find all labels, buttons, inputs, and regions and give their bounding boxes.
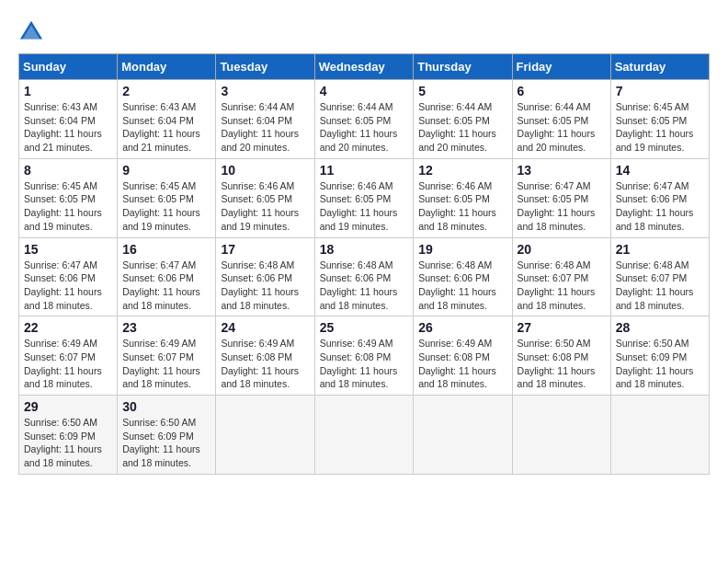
day-number: 26	[418, 320, 506, 335]
day-info: Sunrise: 6:43 AM Sunset: 6:04 PM Dayligh…	[122, 100, 210, 155]
calendar-cell: 14 Sunrise: 6:47 AM Sunset: 6:06 PM Dayl…	[610, 158, 709, 237]
day-info: Sunrise: 6:50 AM Sunset: 6:09 PM Dayligh…	[122, 416, 210, 470]
logo	[18, 18, 48, 44]
day-info: Sunrise: 6:49 AM Sunset: 6:07 PM Dayligh…	[122, 337, 210, 391]
day-info: Sunrise: 6:50 AM Sunset: 6:09 PM Dayligh…	[24, 416, 112, 470]
day-info: Sunrise: 6:46 AM Sunset: 6:05 PM Dayligh…	[320, 179, 409, 234]
day-number: 10	[221, 163, 309, 178]
day-number: 15	[24, 242, 112, 257]
calendar-cell: 17 Sunrise: 6:48 AM Sunset: 6:06 PM Dayl…	[216, 237, 314, 316]
calendar-cell: 4 Sunrise: 6:44 AM Sunset: 6:05 PM Dayli…	[314, 80, 414, 159]
calendar-cell: 10 Sunrise: 6:46 AM Sunset: 6:05 PM Dayl…	[216, 158, 314, 237]
day-number: 6	[518, 84, 606, 98]
day-of-week-header: Sunday	[19, 54, 118, 80]
day-info: Sunrise: 6:48 AM Sunset: 6:07 PM Dayligh…	[518, 259, 606, 313]
calendar-cell: 6 Sunrise: 6:44 AM Sunset: 6:05 PM Dayli…	[512, 80, 610, 159]
day-info: Sunrise: 6:44 AM Sunset: 6:05 PM Dayligh…	[320, 100, 409, 155]
page-header	[18, 18, 710, 44]
day-number: 8	[24, 163, 112, 178]
calendar-week-row: 8 Sunrise: 6:45 AM Sunset: 6:05 PM Dayli…	[19, 158, 710, 237]
day-info: Sunrise: 6:49 AM Sunset: 6:08 PM Dayligh…	[221, 337, 309, 391]
day-number: 13	[518, 163, 606, 178]
calendar-cell: 3 Sunrise: 6:44 AM Sunset: 6:04 PM Dayli…	[216, 80, 314, 159]
day-number: 11	[320, 163, 409, 178]
day-info: Sunrise: 6:45 AM Sunset: 6:05 PM Dayligh…	[24, 179, 112, 234]
day-number: 23	[122, 320, 210, 335]
calendar-cell: 28 Sunrise: 6:50 AM Sunset: 6:09 PM Dayl…	[610, 316, 709, 396]
day-info: Sunrise: 6:44 AM Sunset: 6:04 PM Dayligh…	[221, 100, 309, 155]
day-number: 30	[122, 399, 210, 414]
calendar-cell	[216, 396, 314, 475]
day-info: Sunrise: 6:49 AM Sunset: 6:08 PM Dayligh…	[418, 337, 506, 391]
calendar-cell: 30 Sunrise: 6:50 AM Sunset: 6:09 PM Dayl…	[118, 396, 216, 475]
day-info: Sunrise: 6:46 AM Sunset: 6:05 PM Dayligh…	[221, 179, 309, 234]
day-number: 1	[24, 84, 112, 98]
day-info: Sunrise: 6:43 AM Sunset: 6:04 PM Dayligh…	[24, 100, 112, 155]
day-info: Sunrise: 6:45 AM Sunset: 6:05 PM Dayligh…	[616, 100, 704, 155]
day-number: 25	[320, 320, 409, 335]
logo-icon	[18, 18, 44, 44]
calendar-cell: 26 Sunrise: 6:49 AM Sunset: 6:08 PM Dayl…	[414, 316, 512, 396]
day-of-week-header: Monday	[118, 54, 216, 80]
day-info: Sunrise: 6:46 AM Sunset: 6:05 PM Dayligh…	[418, 179, 506, 234]
day-number: 28	[616, 320, 704, 335]
day-info: Sunrise: 6:47 AM Sunset: 6:06 PM Dayligh…	[122, 259, 210, 313]
calendar-cell: 16 Sunrise: 6:47 AM Sunset: 6:06 PM Dayl…	[118, 237, 216, 316]
calendar-cell: 27 Sunrise: 6:50 AM Sunset: 6:08 PM Dayl…	[512, 316, 610, 396]
calendar-cell	[314, 396, 414, 475]
day-info: Sunrise: 6:48 AM Sunset: 6:06 PM Dayligh…	[221, 259, 309, 313]
day-info: Sunrise: 6:50 AM Sunset: 6:08 PM Dayligh…	[518, 337, 606, 391]
day-number: 16	[122, 242, 210, 257]
day-number: 3	[221, 84, 309, 98]
calendar-week-row: 29 Sunrise: 6:50 AM Sunset: 6:09 PM Dayl…	[19, 396, 710, 475]
calendar-cell: 2 Sunrise: 6:43 AM Sunset: 6:04 PM Dayli…	[118, 80, 216, 159]
day-number: 9	[122, 163, 210, 178]
day-number: 22	[24, 320, 112, 335]
day-number: 2	[122, 84, 210, 98]
calendar-week-row: 1 Sunrise: 6:43 AM Sunset: 6:04 PM Dayli…	[19, 80, 710, 159]
day-number: 17	[221, 242, 309, 257]
day-number: 29	[24, 399, 112, 414]
calendar-cell	[512, 396, 610, 475]
calendar-cell: 25 Sunrise: 6:49 AM Sunset: 6:08 PM Dayl…	[314, 316, 414, 396]
day-info: Sunrise: 6:44 AM Sunset: 6:05 PM Dayligh…	[518, 100, 606, 155]
calendar-cell: 1 Sunrise: 6:43 AM Sunset: 6:04 PM Dayli…	[19, 80, 118, 159]
calendar-cell: 9 Sunrise: 6:45 AM Sunset: 6:05 PM Dayli…	[118, 158, 216, 237]
day-number: 20	[518, 242, 606, 257]
day-info: Sunrise: 6:50 AM Sunset: 6:09 PM Dayligh…	[616, 337, 704, 391]
day-info: Sunrise: 6:47 AM Sunset: 6:06 PM Dayligh…	[24, 259, 112, 313]
day-of-week-header: Saturday	[610, 54, 709, 80]
day-number: 21	[616, 242, 704, 257]
day-number: 12	[418, 163, 506, 178]
day-number: 24	[221, 320, 309, 335]
day-info: Sunrise: 6:45 AM Sunset: 6:05 PM Dayligh…	[122, 179, 210, 234]
day-info: Sunrise: 6:47 AM Sunset: 6:05 PM Dayligh…	[518, 179, 606, 234]
calendar-cell: 11 Sunrise: 6:46 AM Sunset: 6:05 PM Dayl…	[314, 158, 414, 237]
day-of-week-header: Thursday	[414, 54, 512, 80]
day-info: Sunrise: 6:48 AM Sunset: 6:07 PM Dayligh…	[616, 259, 704, 313]
calendar-cell: 5 Sunrise: 6:44 AM Sunset: 6:05 PM Dayli…	[414, 80, 512, 159]
calendar-cell: 13 Sunrise: 6:47 AM Sunset: 6:05 PM Dayl…	[512, 158, 610, 237]
day-of-week-header: Tuesday	[216, 54, 314, 80]
day-number: 5	[418, 84, 506, 98]
calendar-week-row: 15 Sunrise: 6:47 AM Sunset: 6:06 PM Dayl…	[19, 237, 710, 316]
day-info: Sunrise: 6:48 AM Sunset: 6:06 PM Dayligh…	[418, 259, 506, 313]
day-number: 18	[320, 242, 409, 257]
calendar-cell: 24 Sunrise: 6:49 AM Sunset: 6:08 PM Dayl…	[216, 316, 314, 396]
calendar-cell: 8 Sunrise: 6:45 AM Sunset: 6:05 PM Dayli…	[19, 158, 118, 237]
day-of-week-header: Wednesday	[314, 54, 414, 80]
day-number: 14	[616, 163, 704, 178]
calendar-cell: 15 Sunrise: 6:47 AM Sunset: 6:06 PM Dayl…	[19, 237, 118, 316]
day-number: 27	[518, 320, 606, 335]
day-of-week-header: Friday	[512, 54, 610, 80]
calendar-cell	[414, 396, 512, 475]
calendar-cell	[610, 396, 709, 475]
day-info: Sunrise: 6:49 AM Sunset: 6:07 PM Dayligh…	[24, 337, 112, 391]
calendar-cell: 12 Sunrise: 6:46 AM Sunset: 6:05 PM Dayl…	[414, 158, 512, 237]
calendar-cell: 22 Sunrise: 6:49 AM Sunset: 6:07 PM Dayl…	[19, 316, 118, 396]
day-info: Sunrise: 6:47 AM Sunset: 6:06 PM Dayligh…	[616, 179, 704, 234]
day-number: 7	[616, 84, 704, 98]
day-info: Sunrise: 6:48 AM Sunset: 6:06 PM Dayligh…	[320, 259, 409, 313]
day-number: 19	[418, 242, 506, 257]
calendar-cell: 7 Sunrise: 6:45 AM Sunset: 6:05 PM Dayli…	[610, 80, 709, 159]
